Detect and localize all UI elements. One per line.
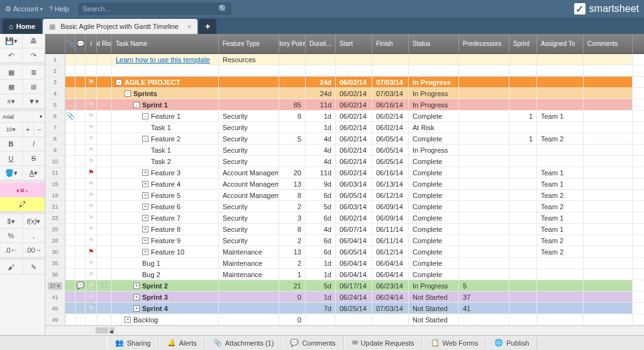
pred-cell[interactable]: [459, 246, 509, 257]
status-cell[interactable]: Complete: [409, 178, 459, 189]
rownum[interactable]: 25: [45, 224, 65, 234]
disc-cell[interactable]: [75, 258, 86, 268]
undo-btn[interactable]: ↶: [0, 48, 23, 62]
flag-cell[interactable]: [86, 65, 97, 76]
bold-btn[interactable]: B: [0, 137, 23, 151]
pred-cell[interactable]: [459, 314, 509, 325]
ftype-cell[interactable]: Maintenance: [219, 269, 279, 280]
disc-cell[interactable]: [75, 99, 86, 110]
disc-cell[interactable]: [75, 88, 86, 99]
sprint-cell[interactable]: [509, 212, 537, 223]
gantt-view-btn[interactable]: ≣: [23, 65, 45, 79]
attach-cell[interactable]: 📎: [65, 111, 75, 121]
dur-col[interactable]: Durati...: [306, 34, 336, 53]
finish-cell[interactable]: 06/02/14: [372, 111, 409, 121]
dur-cell[interactable]: [306, 54, 336, 65]
dec-dec-btn[interactable]: .00→: [23, 243, 45, 257]
finish-cell[interactable]: 06/12/14: [372, 246, 409, 257]
disc-cell[interactable]: [75, 77, 86, 87]
start-cell[interactable]: 06/04/14: [336, 235, 372, 246]
flag-cell[interactable]: ⚑: [86, 258, 97, 268]
sprint-cell[interactable]: [509, 201, 537, 212]
currency-btn[interactable]: $▾: [0, 214, 23, 228]
attach-cell[interactable]: [65, 65, 75, 76]
table-row[interactable]: 5⚑-Sprint 18511d06/02/1406/16/14In Progr…: [45, 99, 644, 111]
rownum[interactable]: 15: [45, 178, 65, 189]
story-cell[interactable]: 3: [279, 212, 306, 223]
table-row[interactable]: 8⚑-Feature 2Security54d06/02/1406/05/14C…: [45, 133, 644, 145]
rownum[interactable]: 35: [45, 258, 65, 268]
sprint-cell[interactable]: 1: [509, 111, 537, 121]
attach-cell[interactable]: [65, 54, 75, 65]
table-row[interactable]: 4⚑-Sprints24d06/02/1407/03/14In Progress: [45, 88, 644, 99]
pred-cell[interactable]: [459, 111, 509, 121]
disc-cell[interactable]: 💬: [75, 280, 86, 291]
finish-cell[interactable]: 06/11/14: [372, 224, 409, 234]
flag-cell[interactable]: ⚑: [86, 99, 97, 110]
disc-cell[interactable]: [75, 190, 86, 200]
risk-cell[interactable]: [97, 190, 112, 200]
status-cell[interactable]: Not Started: [409, 303, 459, 314]
dur-cell[interactable]: 1d: [306, 292, 336, 302]
status-cell[interactable]: Complete: [409, 258, 459, 268]
assign-cell[interactable]: Team 2: [537, 201, 584, 212]
pred-cell[interactable]: 37: [459, 292, 509, 302]
risk-cell[interactable]: [97, 269, 112, 280]
assign-cell[interactable]: [537, 292, 584, 302]
sprint-cell[interactable]: [509, 224, 537, 234]
comma-btn[interactable]: ,: [23, 229, 45, 243]
flag-cell[interactable]: ⚑: [86, 303, 97, 314]
status-cell[interactable]: At Risk: [409, 122, 459, 133]
pred-col[interactable]: Predecessors: [459, 34, 509, 53]
dur-cell[interactable]: 4d: [306, 133, 336, 144]
assign-cell[interactable]: [537, 145, 584, 155]
status-cell[interactable]: Complete: [409, 190, 459, 200]
rownum[interactable]: 6: [45, 111, 65, 121]
attach-cell[interactable]: [65, 224, 75, 234]
strike-btn[interactable]: S: [23, 151, 45, 165]
sprint-cell[interactable]: [509, 122, 537, 133]
attach-cell[interactable]: [65, 246, 75, 257]
print-btn[interactable]: 🖶: [23, 34, 45, 48]
redo-btn[interactable]: ↷: [23, 48, 45, 62]
status-cell[interactable]: In Progress: [409, 99, 459, 110]
search-button[interactable]: 🔍: [216, 3, 231, 15]
disc-cell[interactable]: [75, 224, 86, 234]
disc-cell[interactable]: [75, 54, 86, 65]
assign-cell[interactable]: [537, 156, 584, 167]
filter-btn[interactable]: ▼▾: [23, 94, 45, 108]
table-row[interactable]: 1Learn how to use this templateResources: [45, 54, 644, 65]
status-cell[interactable]: Complete: [409, 156, 459, 167]
assign-cell[interactable]: [537, 54, 584, 65]
table-row[interactable]: 36⚑Bug 2Maintenance11d06/04/1406/04/14Co…: [45, 269, 644, 280]
start-cell[interactable]: 06/02/14: [336, 145, 372, 155]
rownum[interactable]: 30: [45, 246, 65, 257]
status-cell[interactable]: Not Started: [409, 314, 459, 325]
sprint-cell[interactable]: [509, 167, 537, 178]
status-cell[interactable]: In Progress: [409, 77, 459, 87]
pred-cell[interactable]: [459, 212, 509, 223]
finish-cell[interactable]: [372, 65, 409, 76]
start-col[interactable]: Start: [336, 34, 372, 53]
flag-cell[interactable]: ⚑: [86, 167, 97, 178]
flag-cell[interactable]: [86, 314, 97, 325]
disc-cell[interactable]: [75, 201, 86, 212]
risk-cell[interactable]: [97, 133, 112, 144]
sprint-cell[interactable]: [509, 54, 537, 65]
sprint-cell[interactable]: [509, 65, 537, 76]
table-row[interactable]: 37 ▾💬⚑☐+Sprint 2215d06/17/1406/23/14In P…: [45, 280, 644, 292]
task-col[interactable]: Task Name: [112, 34, 219, 53]
expand-icon[interactable]: +: [125, 317, 131, 323]
table-row[interactable]: 21⚑+Feature 6Security25d06/03/1406/09/14…: [45, 201, 644, 212]
task-cell[interactable]: Task 1: [112, 145, 219, 155]
status-cell[interactable]: Complete: [409, 212, 459, 223]
start-cell[interactable]: 06/02/14: [336, 167, 372, 178]
flag-cell[interactable]: ⚑: [86, 235, 97, 246]
story-cell[interactable]: 21: [279, 280, 306, 291]
ftype-cell[interactable]: Security: [219, 156, 279, 167]
finish-cell[interactable]: [372, 54, 409, 65]
story-cell[interactable]: [279, 156, 306, 167]
assign-cell[interactable]: Team 2: [537, 235, 584, 246]
size-select[interactable]: 10 ▾: [0, 123, 23, 136]
comm-cell[interactable]: [584, 224, 633, 234]
